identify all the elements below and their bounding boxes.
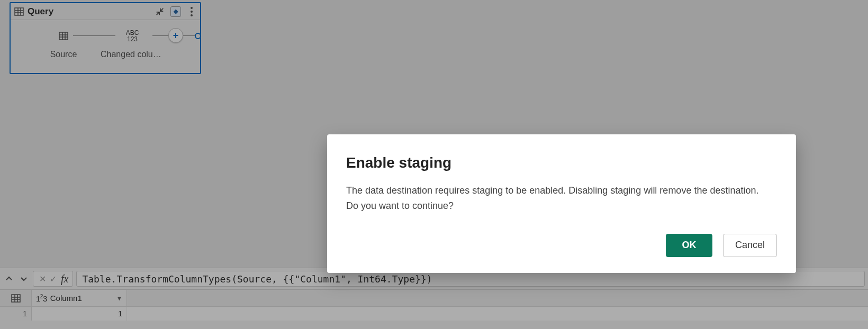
preview-grid: 123 Column1 ▼ 1 1 xyxy=(0,289,868,321)
expand-up-button[interactable] xyxy=(3,271,15,286)
expand-down-button[interactable] xyxy=(18,271,30,286)
query-node[interactable]: Query ◆ Source xyxy=(10,2,201,74)
column-name: Column1 xyxy=(50,294,82,303)
table-icon xyxy=(14,6,24,17)
step-connector xyxy=(152,35,168,36)
cancel-formula-button[interactable]: ✕ xyxy=(38,274,47,284)
column-type-icon[interactable]: 123 xyxy=(36,294,47,303)
cancel-button[interactable]: Cancel xyxy=(723,234,777,257)
type-icon: ABC 123 xyxy=(126,30,139,42)
dialog-body: The data destination requires staging to… xyxy=(346,183,759,214)
data-destination-icon[interactable]: ◆ xyxy=(170,6,181,17)
column-header[interactable]: 123 Column1 ▼ xyxy=(32,290,127,306)
formula-input[interactable]: Table.TransformColumnTypes(Source, {{"Co… xyxy=(76,271,865,287)
row-number: 1 xyxy=(0,307,32,321)
query-node-body: Source ABC 123 Changed column… + xyxy=(11,20,200,73)
table-row[interactable]: 1 1 xyxy=(0,307,868,321)
enable-staging-dialog: Enable staging The data destination requ… xyxy=(327,134,796,273)
svg-rect-10 xyxy=(12,295,20,302)
query-node-header[interactable]: Query ◆ xyxy=(11,3,200,20)
cell[interactable]: 1 xyxy=(32,307,127,321)
collapse-icon[interactable] xyxy=(155,6,165,17)
step-label: Changed column… xyxy=(101,50,164,59)
query-node-title: Query xyxy=(28,6,53,17)
step-connector xyxy=(183,35,195,36)
svg-rect-0 xyxy=(15,8,23,15)
step-changed-column[interactable]: ABC 123 Changed column… xyxy=(101,26,164,59)
add-step-button[interactable]: + xyxy=(168,28,183,43)
fx-icon: fx xyxy=(61,273,68,285)
svg-rect-5 xyxy=(59,32,68,40)
table-icon xyxy=(58,31,69,41)
formula-area: ✕ ✓ fx Table.TransformColumnTypes(Source… xyxy=(0,268,868,329)
formula-controls: ✕ ✓ fx xyxy=(33,271,73,287)
confirm-formula-button[interactable]: ✓ xyxy=(48,274,58,284)
step-label: Source xyxy=(32,50,95,59)
select-all-cell[interactable] xyxy=(0,290,32,306)
more-options-icon[interactable] xyxy=(186,6,197,17)
dialog-title: Enable staging xyxy=(346,154,777,171)
ok-button[interactable]: OK xyxy=(666,234,712,257)
step-source[interactable]: Source xyxy=(32,26,95,59)
column-dropdown-icon[interactable]: ▼ xyxy=(116,295,122,301)
output-port[interactable] xyxy=(195,33,201,39)
table-icon xyxy=(11,293,21,304)
